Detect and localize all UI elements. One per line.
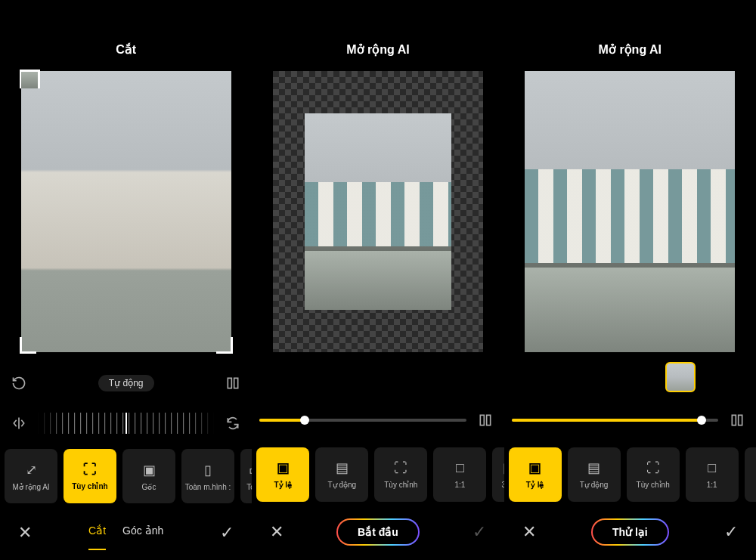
reset-icon[interactable] (8, 372, 30, 394)
start-button[interactable]: Bắt đầu (336, 518, 420, 546)
bottom-bar: ✕ Bắt đầu ✓ (252, 504, 503, 560)
expand-ai-icon: ⤢ (26, 462, 37, 478)
expand-slider[interactable] (259, 419, 466, 422)
expand-slider-row (504, 400, 756, 441)
auto-icon: ▤ (336, 459, 349, 476)
retry-button[interactable]: Thử lại (591, 518, 669, 546)
custom-icon: ⛶ (646, 460, 660, 476)
tool-ratio[interactable]: ▣ Tỷ lệ (256, 447, 309, 502)
result-canvas[interactable] (504, 64, 756, 359)
aspect-tool-row: ▣ Tỷ lệ ▤ Tự động ⛶ Tùy chỉnh □ 1:1 ▯ (504, 445, 756, 504)
confirm-button[interactable]: ✓ (215, 523, 238, 543)
fullscreen-icon: ▯ (204, 462, 212, 478)
original-icon: ▣ (143, 462, 156, 478)
svg-rect-1 (234, 379, 238, 388)
svg-rect-0 (228, 379, 232, 388)
photo-result[interactable] (525, 71, 735, 352)
cancel-button[interactable]: ✕ (265, 522, 288, 542)
svg-rect-2 (480, 415, 484, 425)
expand-slider[interactable] (512, 419, 718, 422)
photo-preview[interactable] (305, 113, 451, 310)
custom-icon: ⛶ (83, 462, 97, 478)
bottom-bar: ✕ Cắt Góc ảnh ✓ (0, 505, 252, 560)
panel-title: Mở rộng AI (504, 42, 756, 57)
confirm-button[interactable]: ✓ (720, 522, 742, 542)
bottom-bar: ✕ Thử lại ✓ (504, 504, 756, 560)
square-icon: □ (456, 460, 464, 476)
aspect-tool-row: ⤢ Mở rộng AI ⛶ Tùy chỉnh ▣ Gốc ▯ Toàn m.… (0, 447, 252, 505)
ratio-icon: ▣ (277, 459, 290, 476)
panel-ai-expand-result: Mở rộng AI ▣ Tỷ lệ ▤ Tự động ⛶ Tùy chỉnh… (504, 0, 756, 560)
crop-canvas[interactable] (0, 64, 252, 359)
custom-icon: ⛶ (394, 460, 407, 476)
flip-horizontal-icon[interactable] (8, 412, 30, 435)
tool-original[interactable]: ▣ Gốc (122, 449, 175, 503)
straighten-row (0, 404, 252, 444)
panel-crop: Cắt Tự động ⤢ Mở rộng AI ⛶ Tùy (0, 0, 252, 560)
cancel-button[interactable]: ✕ (518, 522, 541, 542)
crop-options-row: Tự động (0, 364, 252, 404)
tool-fullscreen-2[interactable]: ▭ Toàn (240, 449, 252, 503)
straighten-ruler[interactable] (38, 413, 214, 434)
result-thumbnail[interactable] (665, 362, 696, 392)
square-icon: □ (708, 460, 716, 476)
svg-rect-4 (732, 415, 736, 425)
tool-more[interactable]: ▯ (745, 447, 756, 502)
tab-perspective[interactable]: Góc ảnh (122, 524, 163, 541)
tabs: Cắt Góc ảnh (88, 524, 163, 541)
tool-expand-ai[interactable]: ⤢ Mở rộng AI (5, 449, 57, 503)
checker-background (273, 71, 483, 352)
panel-title: Mở rộng AI (252, 42, 503, 57)
tool-custom[interactable]: ⛶ Tùy chỉnh (64, 449, 116, 503)
auto-chip[interactable]: Tự động (98, 375, 154, 391)
cancel-button[interactable]: ✕ (14, 523, 36, 543)
tool-custom[interactable]: ⛶ Tùy chỉnh (627, 447, 680, 502)
compare-icon[interactable] (474, 409, 497, 432)
tab-crop[interactable]: Cắt (88, 524, 106, 541)
ratio-icon: ▣ (528, 459, 541, 476)
tool-auto[interactable]: ▤ Tự động (315, 447, 368, 502)
tool-fullscreen[interactable]: ▯ Toàn m.hình : (181, 449, 234, 503)
tool-1-1[interactable]: □ 1:1 (433, 447, 486, 502)
auto-icon: ▤ (587, 459, 600, 476)
compare-icon[interactable] (726, 409, 748, 432)
svg-rect-3 (486, 415, 490, 425)
confirm-button: ✓ (468, 522, 491, 542)
tool-1-1[interactable]: □ 1:1 (686, 447, 739, 502)
tool-custom[interactable]: ⛶ Tùy chỉnh (374, 447, 427, 502)
tool-ratio[interactable]: ▣ Tỷ lệ (509, 447, 562, 502)
expand-slider-row (252, 400, 503, 441)
expand-canvas[interactable] (252, 64, 503, 359)
photo-preview[interactable] (21, 71, 231, 352)
mirror-icon[interactable] (222, 372, 244, 394)
svg-rect-5 (739, 415, 742, 425)
panel-title: Cắt (0, 42, 252, 57)
tool-3-4[interactable]: ▯ 3:4 (492, 447, 503, 502)
tool-auto[interactable]: ▤ Tự động (568, 447, 621, 502)
panel-ai-expand-start: Mở rộng AI ▣ Tỷ lệ ▤ Tự động ⛶ Tùy chỉnh… (252, 0, 503, 560)
aspect-tool-row: ▣ Tỷ lệ ▤ Tự động ⛶ Tùy chỉnh □ 1:1 ▯ 3:… (252, 445, 503, 504)
rotate-icon[interactable] (222, 412, 244, 435)
